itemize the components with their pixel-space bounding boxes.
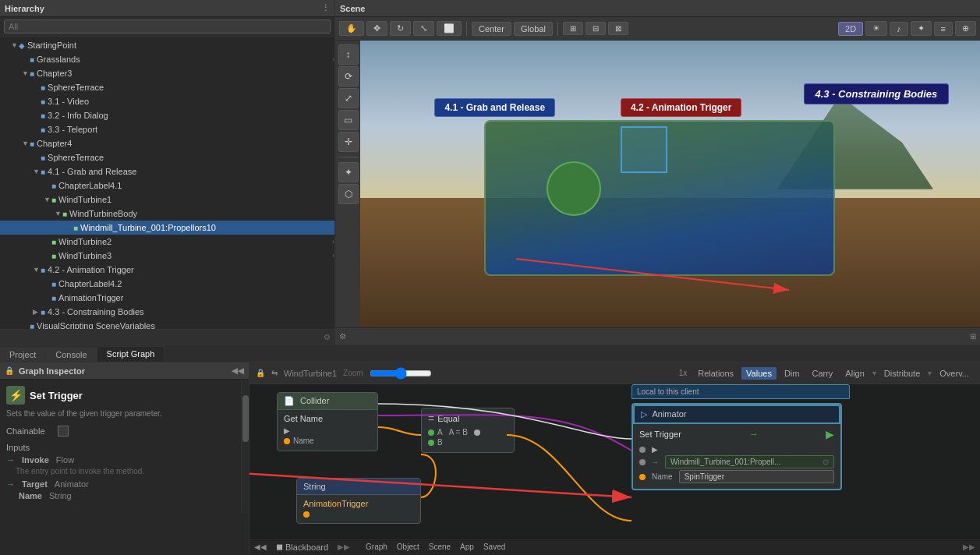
transform-tool-btn[interactable]: ✛	[338, 132, 359, 152]
tab-project[interactable]: Project	[0, 347, 46, 362]
port-dot	[303, 511, 310, 518]
dim-button[interactable]: Dim	[780, 367, 805, 380]
global-button[interactable]: Global	[514, 22, 553, 36]
tree-item-chapter4[interactable]: ▼ ■ Chapter4	[0, 136, 334, 150]
animator-header-label: Animator	[652, 409, 686, 419]
graph-canvas[interactable]: 📄 Collider Get Name ▶ Name	[249, 384, 980, 538]
tree-item-chapter-label-41[interactable]: ■ ChapterLabel4.1	[0, 179, 334, 193]
graph-bottom-tab[interactable]: Graph	[366, 543, 387, 551]
rotate-tool-button[interactable]: ↻	[390, 21, 411, 36]
scale-tool-button[interactable]: ⤡	[413, 21, 434, 36]
relations-button[interactable]: Relations	[693, 367, 738, 380]
align-button[interactable]: Align	[840, 367, 869, 380]
object-bottom-tab[interactable]: Object	[397, 543, 419, 551]
grid-button[interactable]: ⊞	[563, 22, 583, 35]
tree-item-wind-turbine-body[interactable]: ▼ ■ WindTurbineBody	[0, 207, 334, 221]
carry-button[interactable]: Carry	[807, 367, 837, 380]
lighting-button[interactable]: ☀	[865, 21, 887, 36]
animator-node[interactable]: ▷ Animator Set Trigger → ▶	[632, 403, 842, 490]
hierarchy-search-input[interactable]	[4, 19, 331, 34]
tree-item-31-video[interactable]: ■ 3.1 - Video	[0, 94, 334, 108]
tree-item-wind-turbine2[interactable]: ■ WindTurbine2 ›	[0, 235, 334, 249]
scene-header: Scene	[335, 0, 980, 17]
bottom-row: Project Console Script Graph 🔒 Graph Ins…	[0, 345, 980, 555]
string-node[interactable]: String AnimationTrigger	[296, 478, 421, 524]
top-row: Hierarchy ⋮ ▼ ◆ StartingPoint ■ Grasslan…	[0, 0, 980, 345]
node-description: Sets the value of the given trigger para…	[6, 409, 235, 418]
distribute-button[interactable]: Distribute	[879, 367, 925, 380]
collider-node[interactable]: 📄 Collider Get Name ▶ Name	[277, 392, 378, 451]
hierarchy-menu-icon[interactable]: ⋮	[321, 3, 330, 13]
fx-button[interactable]: ✦	[911, 21, 932, 36]
scene-toolbar: ✋ ✥ ↻ ⤡ ⬜ Center Global ⊞ ⊟ ⊠ 2D ☀	[335, 17, 980, 41]
tree-item-grasslands[interactable]: ■ Grasslands ›	[0, 52, 334, 66]
inspector-title: Graph Inspector	[19, 366, 85, 376]
rect-tool-button[interactable]: ⬜	[437, 21, 462, 36]
move-tool-button[interactable]: ✥	[366, 21, 387, 36]
tree-item-wind-turbine1[interactable]: ▼ ■ WindTurbine1	[0, 193, 334, 207]
blackboard-tab[interactable]: ◼ Blackboard	[276, 542, 328, 552]
tree-item-41-grab[interactable]: ▼ ■ 4.1 - Grab and Release	[0, 164, 334, 179]
tree-item-visual-scripting[interactable]: ■ VisualScripting SceneVariables	[0, 319, 334, 329]
invoke-type: Flow	[56, 455, 74, 465]
scene-bottom-bar: ⚙ ⊞	[335, 327, 980, 345]
2d-mode-button[interactable]: 2D	[838, 22, 863, 36]
tree-item-wind-turbine3[interactable]: ■ WindTurbine3 ›	[0, 249, 334, 263]
collapse-right-icon[interactable]: ▶▶	[963, 543, 975, 551]
saved-bottom-tab[interactable]: Saved	[483, 543, 505, 551]
tree-item-sphere-terrace-2[interactable]: ■ SphereTerrace	[0, 150, 334, 164]
overview-button[interactable]: Overv...	[935, 367, 974, 380]
tree-item-animation-trigger[interactable]: ■ AnimationTrigger	[0, 291, 334, 305]
tree-item-sphere-terrace-1[interactable]: ■ SphereTerrace	[0, 80, 334, 94]
port-dot-out	[474, 430, 480, 436]
tree-item-chapter-label-42[interactable]: ■ ChapterLabel4.2	[0, 277, 334, 291]
flow-in-label: ▶	[652, 445, 658, 454]
center-button[interactable]: Center	[472, 22, 511, 36]
port-a: A A = B	[428, 428, 508, 437]
gizmo-toggle-button[interactable]: ⊕	[955, 21, 976, 36]
app-bottom-tab[interactable]: App	[460, 543, 474, 551]
equal-node[interactable]: = Equal A A = B B	[421, 408, 515, 453]
gizmo-button[interactable]: ⊠	[608, 22, 628, 35]
chainable-checkbox[interactable]	[58, 426, 69, 437]
invoke-label: Invoke	[22, 455, 49, 465]
string-body: AnimationTrigger	[297, 495, 420, 523]
collapse-left-icon[interactable]: ◀◀	[254, 543, 267, 551]
inspector-scrollbar[interactable]	[241, 380, 249, 513]
tab-script-graph[interactable]: Script Graph	[97, 346, 165, 362]
tree-item-33-teleport[interactable]: ■ 3.3 - Teleport	[0, 122, 334, 136]
lock-icon[interactable]: 🔒	[5, 366, 14, 375]
tree-item-chapter3[interactable]: ▼ ■ Chapter3	[0, 66, 334, 80]
tree-item-32-info-dialog[interactable]: ■ 3.2 - Info Dialog	[0, 108, 334, 122]
zoom-slider[interactable]	[370, 368, 432, 379]
name-label: Name	[19, 491, 42, 500]
custom-tool-btn[interactable]: ✦	[338, 162, 359, 182]
scale-tool-btn[interactable]: ⤢	[338, 88, 359, 108]
folder-icon: ◆	[19, 41, 25, 50]
scene-settings-button[interactable]: ≡	[934, 22, 953, 36]
expand-right: ›	[332, 238, 334, 246]
hand-tool-button[interactable]: ✋	[339, 21, 364, 36]
tree-label: WindTurbine1	[58, 195, 111, 204]
toolbar-left: ✋ ✥ ↻ ⤡ ⬜ Center Global ⊞ ⊟ ⊠	[339, 21, 628, 36]
propellors-field[interactable]: Windmill_Turbine_001:Propell... ⊙	[665, 455, 834, 468]
scene-bottom-tab[interactable]: Scene	[429, 543, 451, 551]
edit-collider-btn[interactable]: ⬡	[338, 184, 359, 204]
translate-tool-btn[interactable]: ↕	[338, 44, 359, 65]
tab-console[interactable]: Console	[46, 347, 97, 362]
spin-trigger-field[interactable]: SpinTrigger	[679, 470, 834, 483]
expand-right-icon[interactable]: ▶▶	[338, 543, 350, 551]
tree-item-starting-point[interactable]: ▼ ◆ StartingPoint	[0, 38, 334, 52]
rotate-tool-btn[interactable]: ⟳	[338, 66, 359, 87]
tree-item-42-anim[interactable]: ▼ ■ 4.2 - Animation Trigger	[0, 263, 334, 277]
tree-item-43-constrain[interactable]: ▶ ■ 4.3 - Constraining Bodies	[0, 305, 334, 319]
rect-tool-btn[interactable]: ▭	[338, 110, 359, 130]
snap-button[interactable]: ⊟	[586, 22, 606, 35]
values-button[interactable]: Values	[741, 367, 777, 380]
settings-icon[interactable]: ⚙	[324, 333, 331, 341]
selected-wireframe	[621, 126, 667, 173]
tree-item-propellors[interactable]: ■ Windmill_Turbine_001:Propellors10	[0, 221, 334, 235]
scene-viewport[interactable]: 4.1 - Grab and Release 4.2 - Animation T…	[360, 41, 980, 327]
audio-button[interactable]: ♪	[890, 22, 908, 36]
collapse-icon[interactable]: ◀◀	[232, 366, 244, 375]
